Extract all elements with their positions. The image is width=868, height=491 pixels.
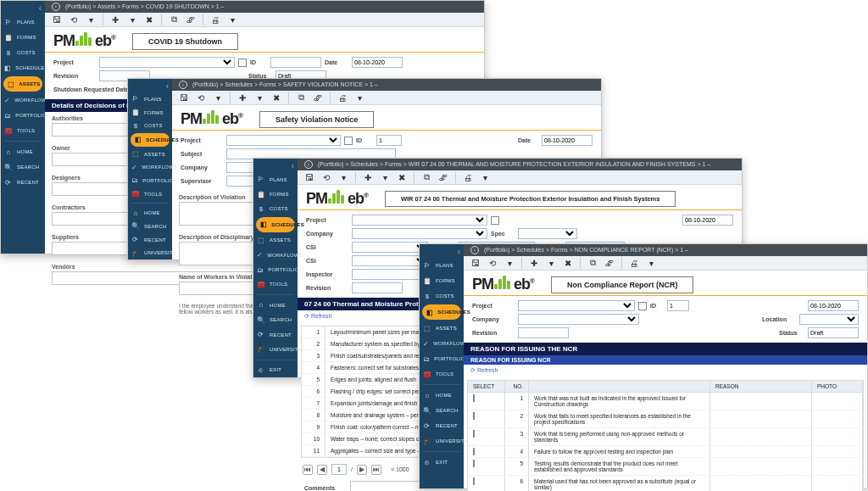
print-button[interactable]: 🖨 [627,256,641,270]
sidebar-item-plans[interactable]: 🏳PLANS [420,258,464,273]
sidebar-item-home[interactable]: ⌂HOME [128,206,172,220]
sidebar-item-costs[interactable]: $COSTS [128,119,172,132]
delete-button[interactable]: ✖ [270,91,283,104]
sidebar-item-search[interactable]: 🔍SEARCH [420,403,464,418]
page-size[interactable]: ≡ 1000 [391,466,409,472]
id-input[interactable] [667,300,689,311]
print-menu-icon[interactable]: ▾ [353,91,366,104]
sidebar-item-home[interactable]: ⌂HOME [253,298,298,312]
table-row[interactable]: 1Work that was not built as indicated in… [468,393,863,410]
sidebar-item-exit[interactable]: ⎋EXIT [253,363,298,377]
sidebar-item-recent[interactable]: ⟳RECENT [253,327,298,342]
col-desc[interactable] [529,381,710,392]
sidebar-item-portfolio[interactable]: 🗂PORTFOLIO [420,351,464,366]
undo-menu-icon[interactable]: ▾ [211,91,225,104]
sidebar-item-assets[interactable]: ⬚ASSETS [128,148,172,161]
sidebar-item-tools[interactable]: 🧰TOOLS [253,277,298,292]
sidebar-item-plans[interactable]: 🏳PLANS [128,92,172,106]
csi-select[interactable] [352,242,428,253]
new-button[interactable]: ✚ [361,170,375,184]
sidebar-item-tools[interactable]: 🧰TOOLS [420,366,464,382]
table-row[interactable]: 2Work that fails to meet specified toler… [468,410,863,428]
col-no[interactable]: NO. [505,381,529,392]
sidebar-item-assets[interactable]: ⬚ASSETS [420,321,464,336]
save-button[interactable]: 🖫 [177,91,191,104]
csi2-select[interactable] [352,255,428,266]
id-input[interactable] [270,57,321,68]
project-lock-checkbox[interactable] [638,302,647,310]
sidebar-item-schedules[interactable]: ◧SCHEDULES [256,217,295,232]
sidebar-item-costs[interactable]: $COSTS [1,45,45,60]
sidebar-item-university[interactable]: 🎓UNIVERSITY [128,246,172,259]
project-lock-checkbox[interactable] [491,216,499,225]
copy-button[interactable]: ⧉ [294,91,308,104]
pager-page-input[interactable] [331,464,347,475]
sidebar-collapse-icon[interactable]: ‹ [128,81,172,92]
undo-button[interactable]: ⟲ [194,91,208,104]
attach-button[interactable]: 🖇 [437,170,450,184]
company-select[interactable] [352,228,487,239]
col-reason[interactable]: REASON [710,381,812,392]
new-menu-icon[interactable]: ▾ [253,91,266,104]
sidebar-collapse-icon[interactable]: ‹ [253,160,298,172]
copy-button[interactable]: ⧉ [586,256,599,270]
date-input[interactable] [808,300,859,311]
table-row[interactable]: 5Testing results demonstrate that the pr… [468,458,863,476]
cell-photo[interactable] [812,410,863,427]
cell-select[interactable] [468,428,505,445]
sidebar-item-schedules[interactable]: ◧SCHEDULES [1,60,45,75]
sidebar-item-schedules[interactable]: ◧SCHEDULES [422,304,461,320]
undo-button[interactable]: ⟲ [67,13,81,26]
project-select[interactable] [99,57,235,68]
print-button[interactable]: 🖨 [336,91,349,104]
cell-reason[interactable] [710,410,812,427]
new-button[interactable]: ✚ [527,256,541,270]
undo-menu-icon[interactable]: ▾ [503,256,516,270]
project-lock-checkbox[interactable] [238,59,247,67]
sidebar-item-forms[interactable]: 📋FORMS [253,187,298,201]
row-checkbox-icon[interactable] [473,460,475,467]
delete-button[interactable]: ✖ [395,170,409,184]
sidebar-collapse-icon[interactable]: ‹ [420,246,464,258]
date-input[interactable] [542,135,593,146]
cell-reason[interactable] [710,446,812,457]
attach-button[interactable]: 🖇 [311,91,325,104]
new-menu-icon[interactable]: ▾ [378,170,392,184]
cell-select[interactable] [468,458,505,475]
print-menu-icon[interactable]: ▾ [644,256,658,270]
sidebar-item-forms[interactable]: 📋FORMS [420,273,464,288]
new-button[interactable]: ✚ [108,13,122,26]
save-button[interactable]: 🖫 [50,13,64,26]
sidebar-item-portfolio[interactable]: 🗂PORTFOLIO [1,108,45,123]
info-icon[interactable]: i [52,3,60,11]
table-row[interactable]: 6Material used that has not been approve… [468,476,863,491]
print-button[interactable]: 🖨 [209,13,222,26]
undo-menu-icon[interactable]: ▾ [84,13,97,26]
print-menu-icon[interactable]: ▾ [478,170,492,184]
sidebar-item-plans[interactable]: 🏳PLANS [1,14,45,30]
sidebar-item-home[interactable]: ⌂HOME [1,144,45,159]
sidebar-item-search[interactable]: 🔍SEARCH [1,159,45,175]
attach-button[interactable]: 🖇 [603,256,616,270]
sidebar-item-search[interactable]: 🔍SEARCH [253,313,298,327]
pager-first-button[interactable]: ⏮ [303,465,313,475]
project-select[interactable] [352,215,487,226]
sidebar-item-assets[interactable]: ⬚ASSETS [253,233,298,248]
cell-select[interactable] [468,446,505,457]
sidebar-item-recent[interactable]: ⟳RECENT [128,233,172,247]
row-checkbox-icon[interactable] [473,412,475,420]
pager-next-button[interactable]: ▶ [357,465,367,475]
sidebar-item-portfolio[interactable]: 🗂PORTFOLIO [128,174,172,187]
undo-button[interactable]: ⟲ [320,170,333,184]
cell-photo[interactable] [812,428,863,445]
copy-button[interactable]: ⧉ [420,170,433,184]
row-checkbox-icon[interactable] [473,448,475,455]
spec-select[interactable] [518,228,577,239]
project-lock-checkbox[interactable] [344,137,353,145]
id-input[interactable] [376,135,402,146]
new-menu-icon[interactable]: ▾ [125,13,139,26]
delete-button[interactable]: ✖ [561,256,575,270]
table-row[interactable]: 4Failure to follow the approved testing … [468,446,863,458]
row-checkbox-icon[interactable] [473,394,475,402]
cell-reason[interactable] [710,458,812,475]
